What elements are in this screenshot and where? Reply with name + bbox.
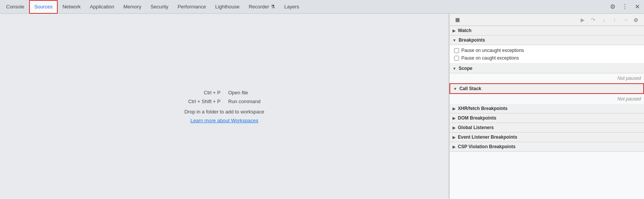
- global-arrow-icon: ▶: [453, 126, 456, 130]
- debug-toolbar: ▦ ▶ ↷ ↓ ↑ → ⊘: [449, 14, 644, 26]
- step-into-button[interactable]: ↓: [599, 15, 609, 25]
- shortcut-key-open-file: Ctrl + P: [175, 90, 221, 95]
- call-stack-section-header[interactable]: ▼ Call Stack: [449, 83, 644, 94]
- event-breakpoints-label: Event Listener Breakpoints: [458, 134, 517, 140]
- tab-layers[interactable]: Layers: [280, 0, 304, 14]
- call-stack-arrow-icon: ▼: [453, 87, 457, 91]
- close-icon[interactable]: ✕: [632, 2, 642, 12]
- call-stack-label: Call Stack: [459, 86, 481, 91]
- top-tab-bar: Console Sources Network Application Memo…: [0, 0, 644, 14]
- drop-workspace-text: Drop in a folder to add to workspace: [175, 109, 274, 115]
- breakpoints-label: Breakpoints: [459, 37, 485, 43]
- tab-network[interactable]: Network: [58, 0, 85, 14]
- tab-application[interactable]: Application: [85, 0, 119, 14]
- tab-memory[interactable]: Memory: [119, 0, 146, 14]
- watch-arrow-icon: ▶: [453, 29, 456, 33]
- step-button[interactable]: →: [620, 15, 630, 25]
- watch-section-header[interactable]: ▶ Watch: [449, 26, 644, 36]
- breakpoints-arrow-icon: ▼: [453, 38, 456, 42]
- shortcut-desc-open-file: Open file: [228, 90, 274, 95]
- step-out-button[interactable]: ↑: [610, 15, 620, 25]
- tab-performance[interactable]: Performance: [173, 0, 211, 14]
- global-listeners-header[interactable]: ▶ Global Listeners: [449, 123, 644, 133]
- pause-uncaught-row: Pause on uncaught exceptions: [453, 47, 641, 54]
- xhr-arrow-icon: ▶: [453, 107, 456, 111]
- breakpoints-section-header[interactable]: ▼ Breakpoints: [449, 36, 644, 45]
- dom-breakpoints-header[interactable]: ▶ DOM Breakpoints: [449, 113, 644, 123]
- watch-label: Watch: [458, 28, 472, 33]
- tab-recorder[interactable]: Recorder ⚗: [244, 0, 280, 14]
- event-arrow-icon: ▶: [453, 135, 456, 139]
- call-stack-not-paused: Not paused: [449, 94, 644, 104]
- tab-sources[interactable]: Sources: [29, 0, 58, 14]
- scope-section-header[interactable]: ▼ Scope: [449, 64, 644, 73]
- xhr-breakpoints-label: XHR/fetch Breakpoints: [458, 106, 508, 111]
- csp-breakpoints-label: CSP Violation Breakpoints: [458, 144, 516, 149]
- tab-security[interactable]: Security: [146, 0, 173, 14]
- pause-uncaught-label: Pause on uncaught exceptions: [461, 48, 524, 53]
- pause-caught-label: Pause on caught exceptions: [461, 55, 519, 61]
- scope-label: Scope: [459, 66, 472, 71]
- shortcut-row-run-command: Ctrl + Shift + P Run command: [175, 99, 274, 104]
- right-panel: ▦ ▶ ↷ ↓ ↑ → ⊘ ▶ Watch ▼ Breakpoints: [449, 14, 644, 199]
- shortcut-row-open-file: Ctrl + P Open file: [175, 90, 274, 95]
- more-icon[interactable]: ⋮: [620, 2, 630, 12]
- sources-panel: Ctrl + P Open file Ctrl + Shift + P Run …: [0, 14, 449, 199]
- shortcut-desc-run-command: Run command: [228, 99, 274, 104]
- dom-breakpoints-label: DOM Breakpoints: [458, 115, 496, 121]
- csp-arrow-icon: ▶: [453, 145, 456, 149]
- sources-content: Ctrl + P Open file Ctrl + Shift + P Run …: [175, 90, 274, 123]
- main-layout: Ctrl + P Open file Ctrl + Shift + P Run …: [0, 14, 644, 199]
- tab-console[interactable]: Console: [2, 0, 29, 14]
- step-over-button[interactable]: ↷: [588, 15, 598, 25]
- workspace-link[interactable]: Learn more about Workspaces: [190, 118, 258, 123]
- csp-breakpoints-header[interactable]: ▶ CSP Violation Breakpoints: [449, 142, 644, 152]
- global-listeners-label: Global Listeners: [458, 125, 494, 130]
- pause-caught-checkbox[interactable]: [454, 56, 459, 61]
- dom-arrow-icon: ▶: [453, 116, 456, 120]
- scope-arrow-icon: ▼: [453, 66, 456, 71]
- shortcut-key-run-command: Ctrl + Shift + P: [175, 99, 221, 104]
- scope-not-paused: Not paused: [449, 73, 644, 83]
- xhr-breakpoints-header[interactable]: ▶ XHR/fetch Breakpoints: [449, 104, 644, 113]
- event-breakpoints-header[interactable]: ▶ Event Listener Breakpoints: [449, 133, 644, 142]
- breakpoints-content: Pause on uncaught exceptions Pause on ca…: [449, 45, 644, 64]
- right-sections: ▶ Watch ▼ Breakpoints Pause on uncaught …: [449, 26, 644, 199]
- settings-icon[interactable]: ⚙: [607, 2, 618, 12]
- deactivate-button[interactable]: ⊘: [631, 15, 641, 25]
- tab-lighthouse[interactable]: Lighthouse: [211, 0, 244, 14]
- sidebar-toggle-icon[interactable]: ▦: [453, 15, 462, 25]
- resume-button[interactable]: ▶: [577, 15, 587, 25]
- pause-uncaught-checkbox[interactable]: [454, 48, 459, 53]
- pause-caught-row: Pause on caught exceptions: [453, 54, 641, 62]
